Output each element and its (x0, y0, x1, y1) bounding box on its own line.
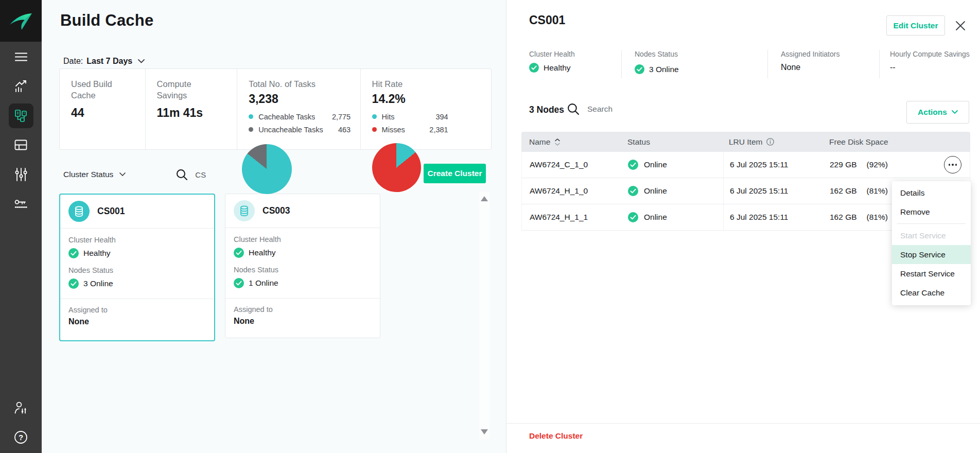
stat-label: Hit Rate (372, 79, 439, 90)
hit-rate-legend: Hits 394 Misses 2,381 (372, 113, 491, 134)
check-circle-icon (234, 278, 244, 288)
menu-item-remove[interactable]: Remove (892, 202, 971, 221)
cluster-name: CS001 (97, 206, 125, 217)
sidebar: ? (0, 0, 42, 453)
database-icon (74, 206, 84, 217)
menu-item-restart-service[interactable]: Restart Service (892, 264, 971, 283)
cluster-card-footer: Assigned to None (60, 299, 214, 326)
nodes-search[interactable] (567, 103, 650, 115)
menu-item-stop-service[interactable]: Stop Service (892, 245, 971, 264)
node-status: Online (628, 212, 723, 222)
scroll-down-icon[interactable] (481, 429, 488, 434)
check-circle-icon (234, 248, 244, 258)
kebab-dot (955, 164, 957, 166)
hamburger-menu-icon (15, 52, 27, 62)
stat-value: 11m 41s (157, 106, 237, 120)
brand-logo-icon (9, 10, 33, 32)
col-header-label: Status (627, 137, 650, 147)
legend-uncacheable: Uncacheable Tasks 463 (249, 126, 351, 134)
stat-text: 3 Online (649, 65, 679, 74)
menu-item-clear-cache[interactable]: Clear Cache (892, 283, 971, 302)
sidebar-item-menu[interactable] (0, 42, 42, 72)
nodes-status-text: 1 Online (249, 278, 278, 288)
col-header-disk: Free Disk Space (829, 137, 970, 147)
stat-compute-savings: Compute Savings 11m 41s (145, 69, 237, 149)
col-header-name[interactable]: Name (521, 137, 627, 147)
nodes-status-value: 1 Online (234, 278, 372, 288)
cluster-card-cs001[interactable]: CS001 Cluster Health Healthy Nodes Statu… (59, 194, 215, 341)
cluster-name: CS003 (262, 205, 290, 216)
cluster-search[interactable] (176, 169, 232, 181)
sidebar-item-settings[interactable] (0, 160, 42, 189)
info-icon[interactable] (766, 138, 774, 146)
chevron-down-icon (138, 59, 145, 63)
sort-icon[interactable] (555, 138, 560, 146)
hits-dot-icon (372, 114, 377, 119)
check-circle-icon (628, 160, 638, 170)
check-circle-icon (68, 278, 79, 289)
nodes-status-value: 3 Online (68, 278, 206, 289)
legend-value: 394 (435, 113, 448, 121)
close-panel-button[interactable] (955, 20, 968, 32)
sidebar-item-license[interactable] (0, 189, 42, 218)
misses-dot-icon (372, 127, 377, 132)
cluster-card-cs003[interactable]: CS003 Cluster Health Healthy Nodes Statu… (225, 194, 380, 338)
legend-misses: Misses 2,381 (372, 126, 448, 134)
row-kebab-menu-button[interactable] (944, 156, 961, 173)
stat-value: 44 (71, 106, 145, 120)
panel-stat-assigned-initiators: Assigned Initiators None (767, 50, 879, 78)
sidebar-nav (0, 42, 42, 218)
sidebar-item-analytics[interactable] (0, 72, 42, 101)
cluster-list-scrollbar[interactable] (479, 191, 490, 439)
col-header-status: Status (627, 137, 723, 147)
kebab-dot (952, 164, 954, 166)
legend-label: Misses (382, 126, 405, 134)
panel-stat-hourly-compute-savings: Hourly Compute Savings -- (879, 50, 970, 78)
sidebar-item-projects[interactable] (0, 130, 42, 160)
analytics-chart-icon (14, 80, 28, 93)
sidebar-item-user-settings[interactable] (0, 393, 42, 423)
nodes-count: 3 Nodes (529, 104, 564, 115)
stat-used-build-cache: Used Build Cache 44 (60, 69, 145, 149)
app-root: ? Build Cache Date: Last 7 Days Used Bui… (0, 0, 980, 453)
disk-percent: (81%) (867, 186, 888, 196)
node-status-text: Online (644, 160, 667, 169)
node-row[interactable]: AW6724_C_1_0 Online 6 Jul 2025 15:11 229… (521, 152, 970, 178)
disk-size: 162 GB (830, 213, 857, 222)
cacheable-dot-icon (249, 114, 253, 119)
chevron-down-icon (952, 110, 958, 114)
node-name: AW6724_H_1_0 (522, 186, 628, 196)
check-circle-icon (628, 186, 638, 196)
node-lru: 6 Jul 2025 15:11 (723, 204, 830, 230)
legend-label: Uncacheable Tasks (258, 126, 323, 134)
node-status-text: Online (644, 213, 667, 222)
date-filter[interactable]: Date: Last 7 Days (63, 57, 145, 66)
cluster-card-footer: Assigned to None (225, 299, 380, 326)
nodes-search-input[interactable] (586, 104, 650, 114)
assigned-to-value: None (234, 317, 372, 326)
edit-cluster-button[interactable]: Edit Cluster (886, 15, 945, 36)
scroll-up-icon[interactable] (481, 196, 488, 201)
node-lru: 6 Jul 2025 15:11 (723, 152, 830, 178)
node-disk: 229 GB (92%) (830, 156, 970, 173)
sidebar-item-help[interactable]: ? (0, 423, 42, 452)
cluster-health-value: Healthy (234, 248, 372, 258)
delete-cluster-button[interactable]: Delete Cluster (529, 431, 583, 441)
kebab-dot (949, 164, 951, 166)
legend-label: Cacheable Tasks (258, 113, 315, 121)
assigned-to-label: Assigned to (68, 306, 206, 314)
cluster-card-body: Cluster Health Healthy Nodes Status 3 On… (60, 229, 214, 299)
sidebar-item-build-cache[interactable] (0, 101, 42, 130)
summary-stats-card: Used Build Cache 44 Compute Savings 11m … (59, 68, 492, 150)
menu-item-details[interactable]: Details (892, 183, 971, 202)
cluster-status-dropdown[interactable]: Cluster Status (63, 170, 113, 179)
create-cluster-button[interactable]: Create Cluster (424, 164, 486, 183)
stat-label: Used Build Cache (71, 79, 138, 101)
cluster-search-input[interactable] (194, 170, 232, 180)
node-status: Online (628, 186, 723, 196)
legend-label: Hits (382, 113, 395, 121)
node-lru: 6 Jul 2025 15:11 (723, 178, 830, 204)
actions-button[interactable]: Actions (906, 101, 969, 124)
cluster-filter-row: Cluster Status (63, 169, 232, 180)
hit-rate-pie-chart (372, 143, 421, 192)
